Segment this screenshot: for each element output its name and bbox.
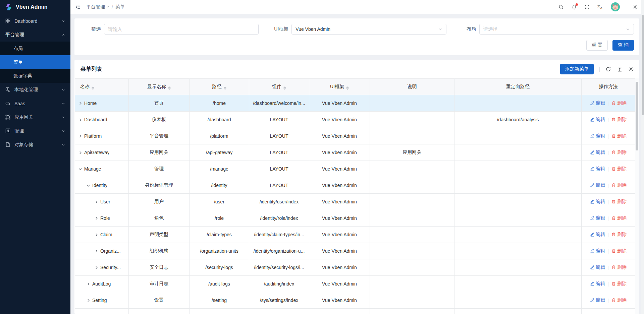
edit-button[interactable]: 编辑: [590, 100, 605, 106]
edit-button[interactable]: 编辑: [590, 166, 605, 172]
sidebar-item-manage[interactable]: 管理: [0, 124, 70, 138]
table-row[interactable]: Identity身份标识管理/identityLAYOUTVue Vben Ad…: [75, 177, 635, 194]
sidebar-item-object-storage[interactable]: 对象存储: [0, 138, 70, 151]
edit-button[interactable]: 编辑: [590, 199, 605, 205]
edit-button[interactable]: 编辑: [590, 248, 605, 254]
column-header-3[interactable]: 路径: [190, 79, 249, 95]
sort-carets-icon[interactable]: [346, 86, 349, 90]
table-row[interactable]: Manage管理/manageLAYOUTVue Vben Admin编辑删除: [75, 161, 635, 177]
sidebar-item-dashboard[interactable]: Dashboard: [0, 14, 70, 28]
row-height-icon[interactable]: [617, 66, 623, 72]
delete-button[interactable]: 删除: [611, 117, 627, 123]
edit-button[interactable]: 编辑: [590, 297, 605, 303]
edit-button[interactable]: 编辑: [590, 215, 605, 221]
sidebar-item-platform[interactable]: 平台管理: [0, 28, 70, 42]
delete-button[interactable]: 删除: [611, 297, 627, 303]
edit-button[interactable]: 编辑: [590, 133, 605, 139]
delete-button[interactable]: 删除: [611, 199, 627, 205]
delete-button[interactable]: 删除: [611, 264, 627, 270]
tree-expand-icon[interactable]: [78, 102, 82, 105]
edit-button[interactable]: 编辑: [590, 264, 605, 270]
tree-expand-icon[interactable]: [87, 299, 90, 302]
tree-expand-icon[interactable]: [78, 134, 82, 138]
tree-expand-icon[interactable]: [87, 282, 90, 286]
add-menu-button[interactable]: 添加新菜单: [560, 64, 594, 74]
edit-button[interactable]: 编辑: [590, 182, 605, 188]
notification-badge: [576, 3, 578, 6]
sidebar-item-localization[interactable]: 本地化管理: [0, 83, 70, 97]
sort-carets-icon[interactable]: [168, 86, 171, 90]
table-row[interactable]: ApiGateway应用网关/api-gatewayLAYOUTVue Vben…: [75, 144, 635, 161]
cell-path: /platform: [190, 128, 249, 144]
table-row[interactable]: Organiz...组织机构/organization-units/identi…: [75, 243, 635, 259]
cell-name: Claim: [75, 227, 129, 243]
menu-fold-icon[interactable]: [75, 4, 81, 10]
reset-button[interactable]: 重 置: [586, 40, 608, 51]
sidebar-item-layout[interactable]: 布局: [0, 42, 70, 55]
search-icon[interactable]: [558, 4, 564, 10]
column-header-7: 重定向路径: [454, 79, 582, 95]
sidebar-item-saas[interactable]: Saas: [0, 97, 70, 110]
tree-expand-icon[interactable]: [78, 151, 82, 154]
tree-collapse-icon[interactable]: [87, 184, 90, 187]
translate-icon[interactable]: 文 A: [597, 4, 603, 10]
edit-button[interactable]: 编辑: [590, 149, 605, 155]
notification-bell-icon[interactable]: [572, 4, 577, 10]
tree-expand-icon[interactable]: [95, 233, 98, 237]
tree-cell: Manage: [78, 166, 125, 172]
table-scrollbar-thumb[interactable]: [636, 82, 638, 150]
table-row[interactable]: Security...安全日志/security-logs/identity/s…: [75, 259, 635, 276]
delete-button[interactable]: 删除: [611, 149, 627, 155]
breadcrumb-parent[interactable]: 平台管理: [86, 4, 109, 10]
edit-button[interactable]: 编辑: [590, 281, 605, 287]
delete-button[interactable]: 删除: [611, 248, 627, 254]
tree-expand-icon[interactable]: [95, 200, 98, 204]
table-row[interactable]: Platform平台管理/platformLAYOUTVue Vben Admi…: [75, 128, 635, 144]
settings-gear-icon[interactable]: [633, 4, 638, 10]
delete-button[interactable]: 删除: [611, 100, 627, 106]
delete-button[interactable]: 删除: [611, 232, 627, 238]
table-row[interactable]: AuditLog审计日志/audit-logs/auditing/indexVu…: [75, 276, 635, 292]
user-avatar[interactable]: [611, 2, 620, 11]
tree-expand-icon[interactable]: [78, 118, 82, 122]
column-header-1[interactable]: 名称: [75, 79, 129, 95]
delete-button[interactable]: 删除: [611, 166, 627, 172]
column-header-2[interactable]: 显示名称: [129, 79, 190, 95]
sort-carets-icon[interactable]: [92, 86, 94, 90]
delete-label: 删除: [617, 100, 627, 106]
table-settings-gear-icon[interactable]: [628, 66, 634, 72]
sidebar-item-menu[interactable]: 菜单: [0, 55, 70, 69]
tree-expand-icon[interactable]: [95, 266, 98, 269]
page-scrollbar-thumb[interactable]: [642, 15, 644, 115]
table-row[interactable]: Dashboard仪表板/dashboardLAYOUTVue Vben Adm…: [75, 112, 635, 128]
layout-select[interactable]: 请选择: [479, 24, 634, 35]
sort-carets-icon[interactable]: [283, 86, 286, 90]
column-header-5[interactable]: UI框架: [309, 79, 370, 95]
delete-button[interactable]: 删除: [611, 182, 627, 188]
column-header-4[interactable]: 组件: [249, 79, 309, 95]
tree-expand-icon[interactable]: [95, 216, 98, 220]
table-row[interactable]: Role角色/role/identity/role/indexVue Vben …: [75, 210, 635, 227]
filter-input[interactable]: [108, 24, 255, 34]
fullscreen-icon[interactable]: [585, 4, 590, 9]
table-row[interactable]: Claim声明类型/claim-types/identity/claim-typ…: [75, 227, 635, 243]
refresh-icon[interactable]: [605, 66, 611, 72]
sidebar-item-api-gateway[interactable]: 应用网关: [0, 110, 70, 124]
delete-button[interactable]: 删除: [611, 281, 627, 287]
sidebar-item-data-dict[interactable]: 数据字典: [0, 69, 70, 83]
sort-carets-icon[interactable]: [224, 86, 226, 90]
delete-button[interactable]: 删除: [611, 215, 627, 221]
table-row[interactable]: User用户/user/identity/user/indexVue Vben …: [75, 194, 635, 210]
chevron-down-icon: [626, 27, 630, 31]
tree-expand-icon[interactable]: [95, 249, 98, 253]
app-logo[interactable]: Vben Admin: [0, 0, 70, 14]
cell-ui-framework: Vue Vben Admin: [309, 95, 370, 112]
edit-button[interactable]: 编辑: [590, 117, 605, 123]
table-row[interactable]: Setting设置/setting/sys/settings/indexVue …: [75, 292, 635, 309]
search-button[interactable]: 查 询: [612, 40, 634, 51]
delete-button[interactable]: 删除: [611, 133, 627, 139]
edit-button[interactable]: 编辑: [590, 232, 605, 238]
tree-collapse-icon[interactable]: [78, 167, 82, 171]
framework-select[interactable]: Vue Vben Admin: [291, 24, 446, 35]
table-row[interactable]: Home首页/home/dashboard/welcome/in...Vue V…: [75, 95, 635, 112]
